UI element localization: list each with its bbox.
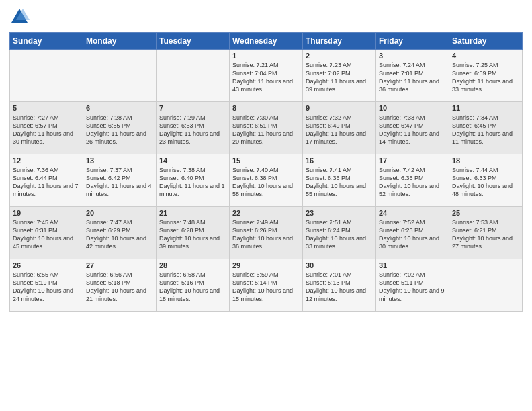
day-number: 25 [452,209,519,217]
calendar-cell: 15Sunrise: 7:40 AM Sunset: 6:38 PM Dayli… [230,154,303,207]
calendar-cell: 6Sunrise: 7:28 AM Sunset: 6:55 PM Daylig… [83,102,157,154]
day-number: 12 [13,156,80,165]
cell-content: Sunrise: 6:58 AM Sunset: 5:16 PM Dayligh… [159,271,226,304]
calendar-cell: 1Sunrise: 7:21 AM Sunset: 7:04 PM Daylig… [230,50,303,102]
calendar-cell: 20Sunrise: 7:47 AM Sunset: 6:29 PM Dayli… [83,207,157,259]
calendar-cell: 29Sunrise: 6:59 AM Sunset: 5:14 PM Dayli… [230,259,303,312]
header-cell-thursday: Thursday [303,33,376,50]
cell-content: Sunrise: 7:27 AM Sunset: 6:57 PM Dayligh… [13,113,80,146]
cell-content: Sunrise: 6:59 AM Sunset: 5:14 PM Dayligh… [232,271,300,304]
calendar-cell: 13Sunrise: 7:37 AM Sunset: 6:42 PM Dayli… [83,154,157,207]
logo [9,7,32,27]
page: SundayMondayTuesdayWednesdayThursdayFrid… [0,0,532,411]
day-number: 9 [306,104,373,112]
calendar-cell: 22Sunrise: 7:49 AM Sunset: 6:26 PM Dayli… [230,207,303,259]
calendar-cell: 18Sunrise: 7:44 AM Sunset: 6:33 PM Dayli… [449,154,523,207]
calendar-cell: 5Sunrise: 7:27 AM Sunset: 6:57 PM Daylig… [10,102,83,154]
header-cell-sunday: Sunday [10,33,83,50]
calendar-cell [449,259,523,312]
cell-content: Sunrise: 7:33 AM Sunset: 6:47 PM Dayligh… [379,113,446,146]
day-number: 31 [379,261,446,269]
week-row-0: 1Sunrise: 7:21 AM Sunset: 7:04 PM Daylig… [10,50,523,102]
calendar-cell: 9Sunrise: 7:32 AM Sunset: 6:49 PM Daylig… [303,102,376,154]
day-number: 20 [86,209,153,217]
calendar-cell: 4Sunrise: 7:25 AM Sunset: 6:59 PM Daylig… [449,50,523,102]
day-number: 19 [13,209,80,217]
day-number: 21 [159,209,226,217]
day-number: 26 [13,261,80,269]
calendar-cell: 30Sunrise: 7:01 AM Sunset: 5:13 PM Dayli… [303,259,376,312]
calendar-cell: 21Sunrise: 7:48 AM Sunset: 6:28 PM Dayli… [157,207,230,259]
cell-content: Sunrise: 7:01 AM Sunset: 5:13 PM Dayligh… [306,271,373,304]
cell-content: Sunrise: 7:25 AM Sunset: 6:59 PM Dayligh… [452,61,519,94]
cell-content: Sunrise: 7:34 AM Sunset: 6:45 PM Dayligh… [452,113,519,146]
header-cell-friday: Friday [376,33,449,50]
cell-content: Sunrise: 7:30 AM Sunset: 6:51 PM Dayligh… [232,113,300,146]
calendar-cell: 8Sunrise: 7:30 AM Sunset: 6:51 PM Daylig… [230,102,303,154]
day-number: 29 [232,261,300,269]
day-number: 14 [159,156,226,165]
day-number: 28 [159,261,226,269]
week-row-4: 26Sunrise: 6:55 AM Sunset: 5:19 PM Dayli… [10,259,523,312]
calendar-cell: 14Sunrise: 7:38 AM Sunset: 6:40 PM Dayli… [157,154,230,207]
day-number: 2 [306,52,373,60]
calendar-body: 1Sunrise: 7:21 AM Sunset: 7:04 PM Daylig… [10,50,523,312]
calendar-cell: 31Sunrise: 7:02 AM Sunset: 5:11 PM Dayli… [376,259,449,312]
day-number: 17 [379,156,446,165]
day-number: 5 [13,104,80,112]
cell-content: Sunrise: 7:21 AM Sunset: 7:04 PM Dayligh… [232,61,300,94]
day-number: 10 [379,104,446,112]
calendar-cell: 23Sunrise: 7:51 AM Sunset: 6:24 PM Dayli… [303,207,376,259]
cell-content: Sunrise: 7:53 AM Sunset: 6:21 PM Dayligh… [452,218,519,251]
cell-content: Sunrise: 7:29 AM Sunset: 6:53 PM Dayligh… [159,113,226,146]
day-number: 18 [452,156,519,165]
calendar-cell: 11Sunrise: 7:34 AM Sunset: 6:45 PM Dayli… [449,102,523,154]
cell-content: Sunrise: 7:40 AM Sunset: 6:38 PM Dayligh… [232,166,300,199]
calendar-cell: 16Sunrise: 7:41 AM Sunset: 6:36 PM Dayli… [303,154,376,207]
cell-content: Sunrise: 7:23 AM Sunset: 7:02 PM Dayligh… [306,61,373,94]
cell-content: Sunrise: 7:47 AM Sunset: 6:29 PM Dayligh… [86,218,153,251]
logo-icon [9,7,30,27]
calendar-cell: 17Sunrise: 7:42 AM Sunset: 6:35 PM Dayli… [376,154,449,207]
header [9,7,523,27]
week-row-3: 19Sunrise: 7:45 AM Sunset: 6:31 PM Dayli… [10,207,523,259]
day-number: 15 [232,156,300,165]
day-number: 3 [379,52,446,60]
calendar-cell: 3Sunrise: 7:24 AM Sunset: 7:01 PM Daylig… [376,50,449,102]
day-number: 22 [232,209,300,217]
week-row-2: 12Sunrise: 7:36 AM Sunset: 6:44 PM Dayli… [10,154,523,207]
calendar-cell: 12Sunrise: 7:36 AM Sunset: 6:44 PM Dayli… [10,154,83,207]
header-row: SundayMondayTuesdayWednesdayThursdayFrid… [10,33,523,50]
calendar-table: SundayMondayTuesdayWednesdayThursdayFrid… [9,32,523,312]
calendar-cell: 7Sunrise: 7:29 AM Sunset: 6:53 PM Daylig… [157,102,230,154]
day-number: 1 [232,52,300,60]
calendar-cell: 28Sunrise: 6:58 AM Sunset: 5:16 PM Dayli… [157,259,230,312]
cell-content: Sunrise: 7:38 AM Sunset: 6:40 PM Dayligh… [159,166,226,199]
calendar-cell [10,50,83,102]
header-cell-saturday: Saturday [449,33,523,50]
calendar-cell: 26Sunrise: 6:55 AM Sunset: 5:19 PM Dayli… [10,259,83,312]
cell-content: Sunrise: 7:24 AM Sunset: 7:01 PM Dayligh… [379,61,446,94]
cell-content: Sunrise: 6:55 AM Sunset: 5:19 PM Dayligh… [13,271,80,304]
calendar-header: SundayMondayTuesdayWednesdayThursdayFrid… [10,33,523,50]
calendar-cell: 10Sunrise: 7:33 AM Sunset: 6:47 PM Dayli… [376,102,449,154]
calendar-cell: 2Sunrise: 7:23 AM Sunset: 7:02 PM Daylig… [303,50,376,102]
cell-content: Sunrise: 7:49 AM Sunset: 6:26 PM Dayligh… [232,218,300,251]
calendar-cell: 24Sunrise: 7:52 AM Sunset: 6:23 PM Dayli… [376,207,449,259]
cell-content: Sunrise: 7:51 AM Sunset: 6:24 PM Dayligh… [306,218,373,251]
cell-content: Sunrise: 7:37 AM Sunset: 6:42 PM Dayligh… [86,166,153,199]
cell-content: Sunrise: 7:02 AM Sunset: 5:11 PM Dayligh… [379,271,446,304]
calendar-cell [83,50,157,102]
cell-content: Sunrise: 7:42 AM Sunset: 6:35 PM Dayligh… [379,166,446,199]
day-number: 27 [86,261,153,269]
cell-content: Sunrise: 7:44 AM Sunset: 6:33 PM Dayligh… [452,166,519,199]
day-number: 6 [86,104,153,112]
cell-content: Sunrise: 7:28 AM Sunset: 6:55 PM Dayligh… [86,113,153,146]
header-cell-monday: Monday [83,33,157,50]
week-row-1: 5Sunrise: 7:27 AM Sunset: 6:57 PM Daylig… [10,102,523,154]
calendar-cell: 25Sunrise: 7:53 AM Sunset: 6:21 PM Dayli… [449,207,523,259]
day-number: 7 [159,104,226,112]
cell-content: Sunrise: 7:45 AM Sunset: 6:31 PM Dayligh… [13,218,80,251]
day-number: 4 [452,52,519,60]
header-cell-wednesday: Wednesday [230,33,303,50]
